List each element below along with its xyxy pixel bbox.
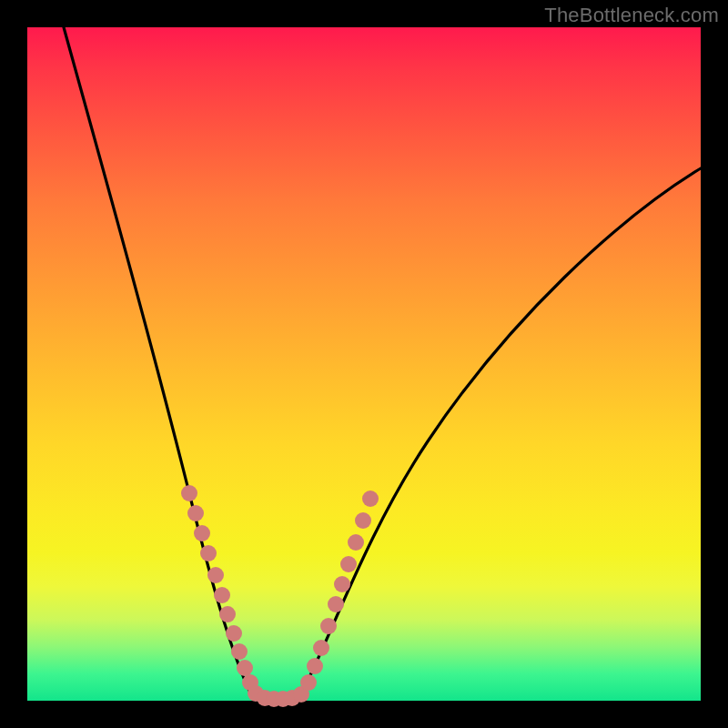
data-marker — [340, 556, 357, 572]
curve-group — [64, 27, 701, 701]
data-marker — [348, 534, 364, 551]
data-marker — [219, 606, 236, 622]
data-marker — [307, 658, 323, 674]
data-marker — [187, 505, 204, 521]
data-marker — [300, 674, 317, 691]
data-marker — [334, 576, 350, 592]
data-marker — [207, 567, 224, 583]
data-marker — [226, 625, 242, 642]
data-marker — [237, 660, 253, 676]
data-marker — [313, 640, 329, 656]
data-marker — [320, 618, 337, 634]
chart-frame: TheBottleneck.com — [0, 0, 728, 728]
data-marker — [214, 587, 230, 603]
chart-svg — [27, 27, 701, 701]
watermark-label: TheBottleneck.com — [544, 4, 719, 27]
plot-area — [27, 27, 701, 701]
data-marker — [328, 596, 344, 612]
marker-group — [181, 485, 379, 707]
data-marker — [194, 525, 210, 541]
data-marker — [231, 643, 248, 660]
data-marker — [181, 485, 197, 501]
data-marker — [362, 490, 379, 507]
data-marker — [200, 545, 217, 561]
data-marker — [355, 512, 371, 529]
right-branch-curve — [298, 168, 701, 699]
